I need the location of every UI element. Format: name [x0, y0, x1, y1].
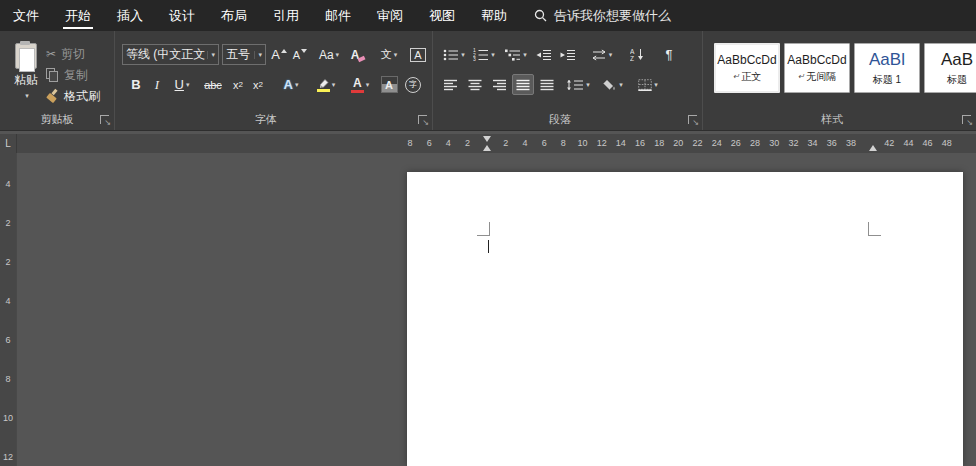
show-hide-marks-button[interactable]: ¶	[658, 44, 680, 65]
bullets-dropdown-arrow[interactable]: ▾	[461, 51, 465, 59]
underline-dropdown-arrow[interactable]: ▾	[186, 81, 190, 89]
paragraph-dialog-launcher-icon[interactable]	[688, 115, 697, 124]
character-border-button[interactable]: A	[407, 44, 429, 65]
distribute-button[interactable]	[536, 74, 558, 95]
vertical-ruler[interactable]: 4224681012	[0, 153, 17, 466]
change-case-button[interactable]: Aa ▾	[314, 44, 344, 65]
text-effects-button[interactable]: A ▾	[276, 74, 306, 95]
asian-layout-dropdown-arrow[interactable]: ▾	[609, 51, 613, 59]
tab-references[interactable]: 引用	[260, 0, 312, 31]
shrink-font-button[interactable]: A	[290, 44, 310, 65]
horizontal-ruler[interactable]: 8642246810121416182022242628303234363842…	[17, 134, 976, 153]
paragraph-mark-icon: ↵	[798, 72, 805, 81]
style-name-normal: 正文	[741, 70, 761, 84]
svg-text:3: 3	[473, 56, 476, 61]
right-indent-marker[interactable]	[869, 145, 877, 151]
bold-button[interactable]: B	[126, 74, 146, 95]
borders-button[interactable]: ▾	[632, 74, 664, 95]
clipboard-dialog-launcher-icon[interactable]	[100, 115, 109, 124]
font-size-combo[interactable]: 五号 ▾	[222, 44, 266, 65]
copy-button[interactable]: 复制	[46, 65, 88, 85]
align-center-button[interactable]	[464, 74, 486, 95]
tab-home[interactable]: 开始	[52, 0, 104, 31]
h-ruler-number: 8	[561, 138, 566, 148]
numbering-button[interactable]: 123 ▾	[470, 44, 498, 65]
tab-stop-selector[interactable]: L	[0, 134, 17, 153]
font-size-dropdown-arrow[interactable]: ▾	[254, 51, 262, 59]
highlight-pen-icon	[317, 78, 330, 92]
paste-button[interactable]: 粘贴 ▾	[6, 39, 46, 123]
multilevel-list-button[interactable]: ▾	[502, 44, 530, 65]
superscript-button[interactable]: x2	[248, 74, 268, 95]
decrease-indent-icon	[536, 49, 552, 61]
shading-dropdown-arrow[interactable]: ▾	[619, 81, 623, 89]
asian-layout-button[interactable]: ▾	[586, 44, 618, 65]
tab-insert[interactable]: 插入	[104, 0, 156, 31]
h-ruler-number: 2	[503, 138, 508, 148]
tab-help[interactable]: 帮助	[468, 0, 520, 31]
grow-font-button[interactable]: A	[269, 44, 289, 65]
tab-design[interactable]: 设计	[156, 0, 208, 31]
underline-button[interactable]: U ▾	[168, 74, 196, 95]
tab-file[interactable]: 文件	[0, 0, 52, 31]
cut-button[interactable]: ✂ 剪切	[46, 44, 85, 64]
highlight-dropdown-arrow[interactable]: ▾	[332, 81, 336, 89]
styles-dialog-launcher-icon[interactable]	[962, 115, 971, 124]
align-right-button[interactable]	[488, 74, 510, 95]
font-dialog-launcher-icon[interactable]	[418, 115, 427, 124]
grow-font-caret-icon	[281, 49, 287, 53]
numbering-dropdown-arrow[interactable]: ▾	[491, 51, 495, 59]
tab-mailings[interactable]: 邮件	[312, 0, 364, 31]
bullets-button[interactable]: ▾	[440, 44, 468, 65]
paste-dropdown-arrow[interactable]: ▾	[25, 92, 29, 100]
decrease-indent-button[interactable]	[534, 44, 554, 65]
document-page[interactable]	[407, 172, 963, 466]
style-card-no-spacing[interactable]: AaBbCcDd ↵无间隔	[784, 43, 850, 93]
text-cursor	[488, 240, 489, 253]
strikethrough-button[interactable]: abc	[200, 74, 226, 95]
h-ruler-number: 4	[523, 138, 528, 148]
borders-dropdown-arrow[interactable]: ▾	[654, 81, 658, 89]
subscript-button[interactable]: x2	[228, 74, 248, 95]
v-ruler-number: 4	[0, 179, 16, 189]
font-color-button[interactable]: A ▾	[344, 74, 376, 95]
shading-button[interactable]: ▾	[598, 74, 628, 95]
first-line-indent-marker[interactable]	[483, 136, 491, 142]
clear-formatting-button[interactable]: A	[346, 44, 370, 65]
justify-button[interactable]	[512, 74, 534, 95]
hanging-indent-marker[interactable]	[483, 145, 491, 151]
style-card-title[interactable]: AaB 标题	[924, 43, 976, 93]
increase-indent-button[interactable]	[558, 44, 578, 65]
align-left-button[interactable]	[440, 74, 462, 95]
tab-review[interactable]: 审阅	[364, 0, 416, 31]
sort-button[interactable]: A Z	[624, 44, 650, 65]
tab-view[interactable]: 视图	[416, 0, 468, 31]
enclose-characters-button[interactable]: 字	[402, 74, 424, 95]
font-name-combo[interactable]: 等线 (中文正文 ▾	[122, 44, 219, 65]
style-card-normal[interactable]: AaBbCcDd ↵正文	[714, 43, 780, 93]
style-card-heading1[interactable]: AaBl 标题 1	[854, 43, 920, 93]
text-effects-dropdown-arrow[interactable]: ▾	[295, 81, 299, 89]
multilevel-dropdown-arrow[interactable]: ▾	[523, 51, 527, 59]
italic-button[interactable]: I	[148, 74, 166, 95]
line-spacing-button[interactable]: ▾	[562, 74, 594, 95]
font-color-dropdown-arrow[interactable]: ▾	[366, 81, 370, 89]
increase-indent-icon	[560, 49, 576, 61]
paste-label: 粘贴	[14, 72, 38, 89]
document-canvas[interactable]	[17, 153, 976, 466]
v-ruler-number: 6	[0, 335, 16, 345]
format-painter-button[interactable]: 格式刷	[46, 86, 100, 106]
font-name-dropdown-arrow[interactable]: ▾	[207, 51, 215, 59]
style-preview-no-spacing: AaBbCcDd	[787, 53, 846, 67]
tab-layout[interactable]: 布局	[208, 0, 260, 31]
paste-clipboard-icon	[15, 43, 37, 69]
h-ruler-number: 2	[465, 138, 470, 148]
character-shading-button[interactable]: A	[378, 74, 400, 95]
line-spacing-dropdown-arrow[interactable]: ▾	[586, 81, 590, 89]
numbering-icon: 123	[473, 48, 489, 61]
highlight-color-button[interactable]: ▾	[310, 74, 342, 95]
phonetic-guide-button[interactable]: 文 ▾	[374, 44, 404, 65]
font-color-glyph: A	[353, 77, 362, 89]
change-case-dropdown-arrow: ▾	[336, 51, 340, 59]
tell-me-search[interactable]: 告诉我你想要做什么	[534, 7, 671, 25]
